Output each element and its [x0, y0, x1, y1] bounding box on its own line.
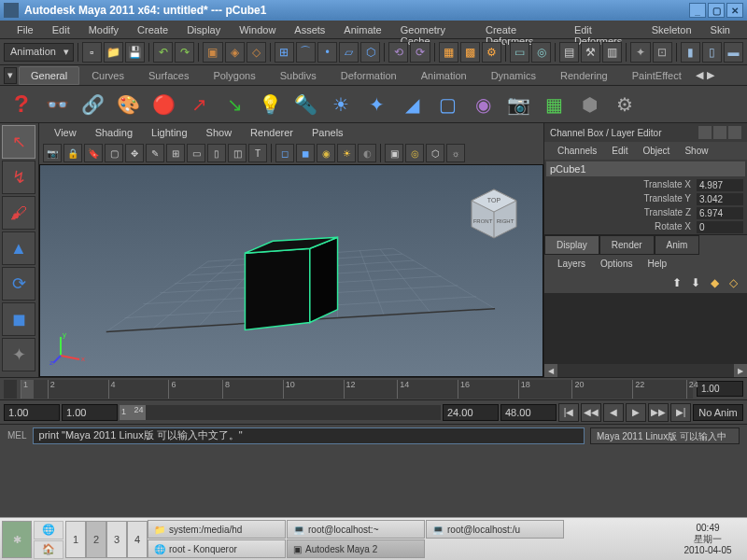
- selected-object-name[interactable]: pCube1: [546, 161, 745, 176]
- snap-live-icon[interactable]: ⬡: [360, 42, 380, 63]
- layer-menu-options[interactable]: Options: [593, 257, 640, 271]
- anim-end-field[interactable]: [500, 404, 557, 421]
- shelf-connect-icon[interactable]: ↘: [218, 89, 250, 120]
- shelf-menu-icon[interactable]: ▾: [4, 67, 17, 84]
- vp-textured-icon[interactable]: ◉: [317, 144, 335, 162]
- menu-edit[interactable]: Edit: [43, 22, 79, 36]
- shelf-scroll-right-icon[interactable]: ▶: [705, 69, 716, 81]
- shelf-hypergraph-icon[interactable]: 🔗: [77, 89, 108, 120]
- vp-2d-pan-icon[interactable]: ✥: [125, 144, 144, 162]
- layer-new-empty-icon[interactable]: ◆: [706, 274, 723, 291]
- desktop-3[interactable]: 3: [106, 521, 127, 558]
- shelf-tab-subdivs[interactable]: Subdivs: [268, 66, 329, 85]
- menu-set-dropdown[interactable]: Animation: [4, 43, 74, 62]
- vp-bookmark-icon[interactable]: 🔖: [84, 144, 103, 162]
- select-component-icon[interactable]: ◇: [247, 42, 266, 63]
- show-manip-icon[interactable]: ✦: [630, 42, 650, 63]
- vp-image-plane-icon[interactable]: ▢: [105, 144, 123, 162]
- shelf-help-icon[interactable]: ?: [6, 89, 37, 120]
- menu-skin[interactable]: Skin: [701, 22, 740, 36]
- vp-gate-mask-icon[interactable]: ◫: [228, 144, 247, 162]
- system-clock[interactable]: 00:49 星期一 2010-04-05: [670, 523, 745, 556]
- layer-tab-display[interactable]: Display: [544, 235, 599, 255]
- channel-box-icon[interactable]: ▥: [602, 42, 622, 63]
- menu-assets[interactable]: Assets: [285, 22, 334, 36]
- vp-xray-joints-icon[interactable]: ⬡: [426, 144, 444, 162]
- shelf-tab-deformation[interactable]: Deformation: [329, 66, 409, 85]
- toggle-attr-icon[interactable]: ▮: [681, 42, 700, 63]
- shelf-camera-icon[interactable]: 📷: [502, 89, 534, 120]
- quick-launch-2[interactable]: 🏠: [34, 540, 63, 559]
- shelf-tab-animation[interactable]: Animation: [409, 66, 479, 85]
- render-icon[interactable]: ▦: [439, 42, 458, 63]
- vp-lock-camera-icon[interactable]: 🔒: [63, 144, 82, 162]
- shelf-texture-icon[interactable]: ▦: [538, 89, 570, 120]
- attr-translate-x-val[interactable]: 4.987: [697, 179, 743, 191]
- input-box-icon[interactable]: ▭: [510, 42, 529, 63]
- vp-exposure-icon[interactable]: ☼: [446, 144, 465, 162]
- minimize-button[interactable]: _: [689, 3, 706, 18]
- vp-menu-renderer[interactable]: Renderer: [241, 125, 303, 140]
- vp-shaded-icon[interactable]: ◼: [296, 144, 315, 162]
- vp-field-chart-icon[interactable]: T: [248, 144, 267, 162]
- vp-wireframe-icon[interactable]: ◻: [275, 144, 294, 162]
- scale-tool-icon[interactable]: ◼: [2, 302, 35, 336]
- step-back-icon[interactable]: ◀◀: [581, 403, 601, 422]
- time-slider-arrow-left[interactable]: [4, 380, 17, 399]
- tool-settings-icon[interactable]: ⚒: [581, 42, 600, 63]
- paint-select-icon[interactable]: 🖌: [2, 196, 35, 230]
- shelf-ambient-icon[interactable]: ◉: [467, 89, 499, 120]
- snap-plane-icon[interactable]: ▱: [339, 42, 359, 63]
- shelf-spotlight-icon[interactable]: 🔦: [289, 89, 321, 120]
- task-item-4[interactable]: ▣Autodesk Maya 2: [287, 539, 425, 558]
- panel-layout-icon[interactable]: ⊡: [653, 42, 672, 63]
- shelf-volume-icon[interactable]: ▢: [431, 89, 463, 120]
- vp-menu-shading[interactable]: Shading: [86, 125, 142, 140]
- vp-film-gate-icon[interactable]: ▭: [187, 144, 205, 162]
- rotate-tool-icon[interactable]: ⟳: [2, 267, 35, 301]
- play-fwd-icon[interactable]: ▶: [626, 403, 646, 422]
- panel-icon-3[interactable]: [728, 126, 741, 139]
- shelf-tab-rendering[interactable]: Rendering: [548, 66, 620, 85]
- view-cube[interactable]: TOP FRONT RIGHT: [464, 184, 524, 244]
- menu-create[interactable]: Create: [128, 22, 177, 36]
- layer-tab-render[interactable]: Render: [599, 235, 655, 255]
- shelf-point-icon[interactable]: ✦: [360, 89, 392, 120]
- snap-grid-icon[interactable]: ⊞: [275, 42, 294, 63]
- menu-modify[interactable]: Modify: [79, 22, 128, 36]
- render-settings-icon[interactable]: ⚙: [482, 42, 501, 63]
- quick-select-icon[interactable]: ◎: [531, 42, 551, 63]
- ipr-render-icon[interactable]: ▩: [460, 42, 480, 63]
- toggle-channel-icon[interactable]: ▬: [724, 42, 743, 63]
- layer-new-selected-icon[interactable]: ◇: [725, 274, 741, 291]
- menu-skeleton[interactable]: Skeleton: [642, 22, 701, 36]
- task-item-0[interactable]: 📁system:/media/hd: [148, 520, 286, 539]
- scroll-right-icon[interactable]: ▶: [734, 364, 747, 377]
- vp-grid-icon[interactable]: ⊞: [166, 144, 185, 162]
- attr-editor-icon[interactable]: ▤: [559, 42, 579, 63]
- layer-tab-anim[interactable]: Anim: [655, 235, 700, 255]
- go-end-icon[interactable]: ▶|: [670, 403, 691, 422]
- menu-file[interactable]: File: [7, 22, 43, 36]
- history-off-icon[interactable]: ⟳: [410, 42, 430, 63]
- ch-menu-object[interactable]: Object: [636, 144, 678, 158]
- attr-rotate-x-val[interactable]: 0: [697, 221, 743, 233]
- vp-menu-panels[interactable]: Panels: [303, 125, 353, 140]
- range-thumb[interactable]: 1 24: [120, 405, 146, 420]
- shelf-tab-surfaces[interactable]: Surfaces: [136, 66, 201, 85]
- vp-shadows-icon[interactable]: ◐: [358, 144, 376, 162]
- shelf-scroll-left-icon[interactable]: ◀: [694, 69, 705, 81]
- shelf-shader-icon[interactable]: ⬢: [573, 89, 605, 120]
- redo-icon[interactable]: ↷: [175, 42, 194, 63]
- vp-isolate-icon[interactable]: ▣: [385, 144, 403, 162]
- task-item-1[interactable]: 💻root@localhost:~: [287, 520, 425, 539]
- play-back-icon[interactable]: ◀: [603, 403, 624, 422]
- attr-translate-y-val[interactable]: 3.042: [697, 193, 743, 205]
- shelf-settings-icon[interactable]: ⚙: [609, 89, 641, 120]
- menu-edit-deformers[interactable]: Edit Deformers: [565, 22, 642, 36]
- shelf-tab-dynamics[interactable]: Dynamics: [479, 66, 548, 85]
- select-hierarchy-icon[interactable]: ▣: [203, 42, 222, 63]
- menu-animate[interactable]: Animate: [334, 22, 390, 36]
- menu-create-deformers[interactable]: Create Deformers: [476, 22, 565, 36]
- layer-menu-help[interactable]: Help: [640, 257, 674, 271]
